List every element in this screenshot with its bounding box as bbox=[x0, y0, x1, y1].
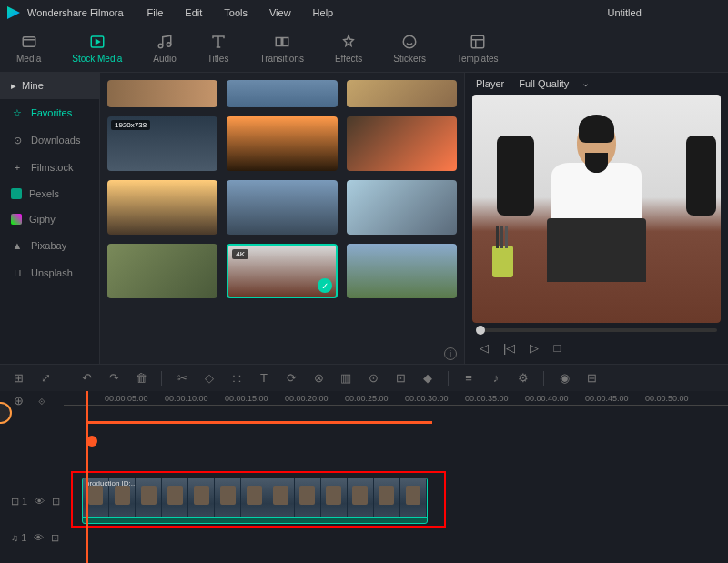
color-icon[interactable]: ⊗ bbox=[311, 371, 326, 385]
timecode-label: 00:00:05:00 bbox=[105, 394, 148, 403]
sidebar-item-favorites[interactable]: ☆Favorites bbox=[0, 99, 99, 126]
timer-icon[interactable]: ⊙ bbox=[366, 371, 380, 385]
lock-icon[interactable]: ⊡ bbox=[52, 496, 60, 508]
tab-transitions[interactable]: Transitions bbox=[259, 34, 304, 64]
media-thumb[interactable] bbox=[107, 80, 217, 107]
track-link-icon[interactable]: ⟐ bbox=[35, 394, 49, 407]
prev-frame-button[interactable]: ◁ bbox=[480, 341, 489, 355]
tracking-icon[interactable]: ⊡ bbox=[393, 371, 408, 385]
sidebar-item-filmstock[interactable]: +Filmstock bbox=[0, 154, 99, 181]
svg-point-2 bbox=[158, 44, 163, 48]
tag-icon[interactable]: ◇ bbox=[202, 371, 217, 385]
sidebar-header[interactable]: ▸Mine bbox=[0, 73, 99, 99]
audio-track-icon: ♫ 1 bbox=[11, 532, 26, 543]
audio-waveform[interactable] bbox=[82, 517, 428, 524]
speed-icon[interactable]: ⟳ bbox=[284, 371, 298, 385]
sidebar-item-downloads[interactable]: ⊙Downloads bbox=[0, 126, 99, 154]
tab-stickers[interactable]: Stickers bbox=[393, 34, 426, 64]
media-thumb[interactable] bbox=[227, 116, 337, 171]
tab-stock-media[interactable]: Stock Media bbox=[72, 34, 122, 64]
timeline[interactable]: ⊕ ⟐ 00:00:05:0000:00:10:0000:00:15:0000:… bbox=[0, 391, 728, 563]
timecode-label: 00:00:45:00 bbox=[585, 394, 629, 403]
sidebar-item-unsplash[interactable]: ⊔Unsplash bbox=[0, 259, 99, 287]
grid-icon[interactable]: ⊞ bbox=[11, 371, 25, 385]
titles-icon bbox=[210, 34, 227, 50]
preview-tab-player[interactable]: Player bbox=[476, 78, 504, 89]
lock-icon[interactable]: ⊡ bbox=[51, 532, 59, 544]
marker-icon[interactable]: ◉ bbox=[557, 371, 571, 385]
download-icon: ⊙ bbox=[11, 134, 24, 146]
media-thumb[interactable]: 4K✓ bbox=[227, 244, 337, 298]
tab-templates[interactable]: Templates bbox=[457, 34, 499, 64]
crop-icon[interactable]: ⸬ bbox=[229, 371, 244, 386]
clip-label: production ID:... bbox=[86, 479, 136, 488]
media-thumb[interactable] bbox=[107, 180, 217, 235]
preview-tab-quality[interactable]: Full Quality bbox=[519, 78, 569, 89]
keyframe-icon[interactable]: ◆ bbox=[420, 371, 435, 385]
tab-effects[interactable]: Effects bbox=[335, 34, 362, 64]
delete-icon[interactable]: 🗑 bbox=[134, 371, 148, 385]
expand-icon[interactable]: ⤢ bbox=[38, 371, 53, 385]
media-thumb[interactable]: 1920x738 bbox=[107, 116, 217, 171]
cut-icon[interactable]: ✂ bbox=[175, 371, 189, 385]
group-icon[interactable]: ⊟ bbox=[584, 371, 599, 385]
media-grid-panel: ⋯ ‹ 1920x7384K✓ i bbox=[100, 73, 464, 364]
tab-audio[interactable]: Audio bbox=[153, 34, 177, 64]
menu-edit[interactable]: Edit bbox=[176, 4, 211, 22]
media-thumb[interactable] bbox=[227, 80, 337, 107]
menu-view[interactable]: View bbox=[260, 4, 300, 22]
step-back-button[interactable]: |◁ bbox=[503, 341, 515, 355]
eye-icon[interactable]: 👁 bbox=[35, 496, 45, 507]
media-thumb[interactable] bbox=[107, 244, 217, 298]
app-name: Wondershare Filmora bbox=[27, 7, 124, 18]
redo-icon[interactable]: ↷ bbox=[106, 371, 121, 385]
media-thumb[interactable] bbox=[347, 116, 457, 171]
undo-icon[interactable]: ↶ bbox=[79, 371, 94, 385]
track-add-icon[interactable]: ⊕ bbox=[11, 394, 25, 407]
video-track-icon: ⊡ 1 bbox=[11, 496, 27, 508]
menu-help[interactable]: Help bbox=[304, 4, 343, 22]
unsplash-icon: ⊔ bbox=[11, 266, 24, 279]
media-thumb[interactable] bbox=[347, 80, 457, 107]
timecode-label: 00:00:10:00 bbox=[165, 394, 208, 403]
svg-point-3 bbox=[167, 43, 171, 47]
media-thumb[interactable] bbox=[347, 244, 457, 298]
tab-media[interactable]: Media bbox=[16, 34, 41, 64]
chevron-down-icon[interactable]: ⌵ bbox=[583, 79, 588, 88]
stock-sidebar: ▸Mine ☆Favorites ⊙Downloads +Filmstock P… bbox=[0, 73, 100, 364]
giphy-icon bbox=[11, 214, 22, 225]
eye-icon[interactable]: 👁 bbox=[34, 532, 44, 543]
audio-tool-icon[interactable]: ♪ bbox=[489, 371, 503, 385]
adjust-icon[interactable]: ≡ bbox=[461, 371, 476, 385]
video-track-header[interactable]: ⊡ 1 👁 ⊡ bbox=[0, 483, 64, 519]
menu-file[interactable]: File bbox=[138, 4, 173, 22]
pixabay-icon: ▲ bbox=[11, 239, 24, 252]
svg-rect-0 bbox=[23, 37, 35, 47]
timecode-label: 00:00:35:00 bbox=[465, 394, 509, 403]
media-thumb[interactable] bbox=[227, 180, 337, 235]
time-ruler[interactable]: 00:00:05:0000:00:10:0000:00:15:0000:00:2… bbox=[64, 391, 728, 409]
project-title: Untitled bbox=[528, 7, 721, 18]
star-icon: ☆ bbox=[11, 106, 24, 119]
sidebar-item-pexels[interactable]: Pexels bbox=[0, 181, 99, 206]
preview-viewport[interactable] bbox=[472, 95, 721, 323]
mixer-icon[interactable]: ⚙ bbox=[516, 371, 531, 385]
sidebar-item-giphy[interactable]: Giphy bbox=[0, 206, 99, 232]
media-thumb[interactable] bbox=[347, 180, 457, 235]
timecode-label: 00:00:40:00 bbox=[525, 394, 569, 403]
audio-track-header[interactable]: ♫ 1 👁 ⊡ bbox=[0, 519, 64, 556]
info-icon[interactable]: i bbox=[444, 347, 457, 360]
timecode-label: 00:00:25:00 bbox=[345, 394, 389, 403]
mask-icon[interactable]: ▥ bbox=[339, 371, 353, 385]
tab-titles[interactable]: Titles bbox=[207, 34, 229, 64]
transitions-icon bbox=[274, 34, 290, 50]
stop-button[interactable]: □ bbox=[553, 341, 561, 355]
play-button[interactable]: ▷ bbox=[530, 341, 539, 355]
preview-progress-bar[interactable] bbox=[476, 328, 717, 332]
sidebar-item-pixabay[interactable]: ▲Pixabay bbox=[0, 232, 99, 259]
range-marker bbox=[86, 421, 432, 424]
playhead[interactable] bbox=[86, 391, 88, 563]
menu-tools[interactable]: Tools bbox=[215, 4, 257, 22]
check-icon: ✓ bbox=[318, 278, 332, 293]
text-icon[interactable]: T bbox=[257, 371, 271, 385]
